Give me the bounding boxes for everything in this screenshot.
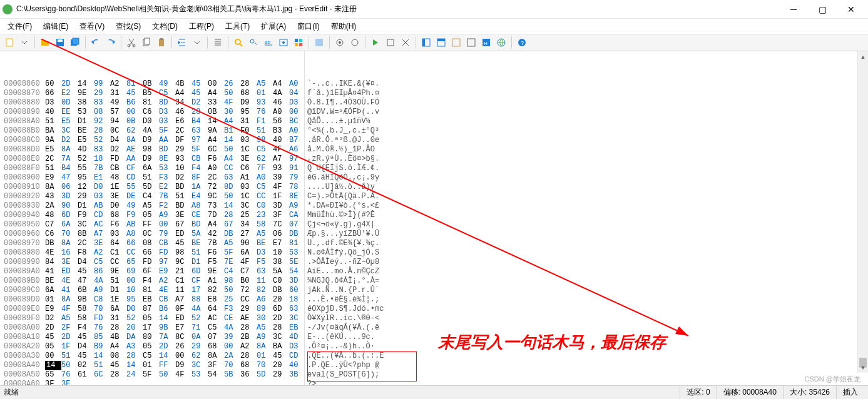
dropdown-icon[interactable] — [18, 36, 31, 49]
hex-bytes[interactable]: 2C7A5218FDAAD98E93CBF6A43E62A797 — [45, 154, 304, 164]
scroll-down-icon[interactable]: ▼ — [858, 362, 868, 373]
hex-row[interactable]: 000089D0018A9BC81E95EBCBA788E825CCA62018… — [0, 295, 868, 305]
find-button[interactable] — [232, 36, 245, 49]
hex-bytes[interactable]: BA3CBE280C624A5F2C639AB1F051B3A0 — [45, 126, 304, 136]
replace-button[interactable]: ab — [262, 36, 275, 49]
open-button[interactable] — [38, 36, 52, 49]
menu-project[interactable]: 工程(P) — [184, 19, 219, 34]
menu-extensions[interactable]: 扩展(A) — [256, 19, 291, 34]
hex-row[interactable]: 000089C06A416BA9D110814E111782507282DB60… — [0, 286, 868, 295]
menu-window[interactable]: 窗口(I) — [292, 19, 324, 34]
hex-bytes[interactable]: 3F3E — [45, 380, 304, 385]
hex-bytes[interactable]: 6A416BA9D110814E111782507282DB60 — [45, 286, 304, 295]
hex-row[interactable]: 00008A506576616C28245F504F53545B365D293B… — [0, 370, 868, 380]
cut-button[interactable] — [125, 36, 138, 49]
menu-search[interactable]: 查找(S) — [111, 19, 146, 34]
panel2-button[interactable] — [434, 36, 448, 49]
hex-row[interactable]: 00008A30005145140828C51400628A2A280145CD… — [0, 351, 868, 361]
hex-bytes[interactable]: BE4E474A5100F4A2C1CFA198B011C03D — [45, 276, 304, 286]
hex-bytes[interactable]: 005145140828C51400628A2A280145CD — [45, 351, 304, 361]
hex-bytes[interactable]: 051FD4B9A4A3052D26296800A28ABAD3 — [45, 342, 304, 351]
vertical-scrollbar[interactable]: ▲ ▼ — [857, 51, 868, 373]
hex-bytes[interactable]: 14500251451401FFD93C3F7068702040 — [45, 361, 304, 370]
menu-help[interactable]: 帮助(H) — [326, 19, 362, 34]
hex-bytes[interactable]: 51B4557BCBCF6A5310F4A0CCC67F9391 — [45, 164, 304, 173]
hex-row[interactable]: 000088F051B4557BCBCF6A5310F4A0CCC67F9391… — [0, 164, 868, 173]
gear-button[interactable] — [333, 36, 347, 49]
browser-button[interactable] — [494, 36, 508, 49]
hex-row[interactable]: 000089E0E94F58706AD087B60F4A64F329896D63… — [0, 305, 868, 314]
minimize-button[interactable]: ─ — [779, 0, 808, 19]
paste-button[interactable] — [155, 36, 168, 49]
hex-row[interactable]: 000089F0D2A558FD31520514ED52ACCEAE302D3C… — [0, 314, 868, 323]
redo-button[interactable] — [104, 36, 118, 49]
hex-row[interactable]: 00008860602D1499A2810B494B45002628A5A4A0… — [0, 79, 868, 89]
find-next-button[interactable] — [247, 36, 260, 49]
hex-bytes[interactable]: E58A4D83D2AE98BD295F6C501CC54FA6 — [45, 145, 304, 154]
hex-bytes[interactable]: DB8A2C3E646608CB45BE7BA590BEE781 — [45, 239, 304, 248]
scroll-up-icon[interactable]: ▲ — [858, 51, 868, 62]
hex-bytes[interactable]: 66E29E293145B5C5A445A45068014A04 — [45, 89, 304, 98]
hex-editor[interactable]: 00008860602D1499A2810B494B45002628A5A4A0… — [0, 51, 868, 385]
tool2-button[interactable] — [384, 36, 397, 49]
play-button[interactable] — [369, 36, 382, 49]
menu-file[interactable]: 文件(F) — [3, 19, 37, 34]
save-all-button[interactable] — [68, 36, 82, 49]
copy-button[interactable] — [140, 36, 153, 49]
hex-bytes[interactable]: 8A0612D01E555DE2BD1A728D03C54F78 — [45, 183, 304, 192]
gear2-button[interactable] — [348, 36, 362, 49]
hex-bytes[interactable]: 843ED4C5CC65FD979CD1F57E4FF5385E — [45, 258, 304, 267]
hex-row[interactable]: 00008970DB8A2C3E646608CB45BE7BA590BEE781… — [0, 239, 868, 248]
hex-button[interactable]: H — [479, 36, 493, 49]
hex-row[interactable]: 00008900E94795E148CD51F3D28F2C63A1A03979… — [0, 173, 868, 183]
hex-bytes[interactable]: 4E16F8A2C1CC66FD9851F65F6AD31053 — [45, 248, 304, 258]
hex-row[interactable]: 000089A041ED45869E696FE9216D9EC4C7635A54… — [0, 267, 868, 276]
maximize-button[interactable]: ▢ — [808, 0, 837, 19]
hex-row[interactable]: 000088C09AD2E552D48AD9AADF97A414039840B7… — [0, 136, 868, 145]
hex-row[interactable]: 00008A603F3E?> — [0, 380, 868, 385]
close-button[interactable]: ✕ — [837, 0, 865, 19]
hex-bytes[interactable]: D30D388349B6818D34D2334FD99346D3 — [45, 98, 304, 108]
hex-bytes[interactable]: C6708BA703A80C79ED5A42DB27A506DB — [45, 230, 304, 239]
menu-document[interactable]: 文档(D) — [147, 19, 183, 34]
hex-bytes[interactable]: 9AD2E552D48AD9AADF97A414039840B7 — [45, 136, 304, 145]
panel4-button[interactable] — [464, 36, 478, 49]
hex-bytes[interactable]: 2D2FF4762820179BE771C54A28A528EB — [45, 323, 304, 333]
hex-row[interactable]: 00008A002D2FF4762820179BE771C54A28A528EB… — [0, 323, 868, 333]
hex-row[interactable]: 00008950C76A3CACF6ABFF0067BDA46734587C07… — [0, 220, 868, 230]
tool1-button[interactable] — [312, 36, 326, 49]
hex-row[interactable]: 000089804E16F8A2C1CC66FD9851F65F6AD31053… — [0, 248, 868, 258]
menu-view[interactable]: 查看(V) — [74, 19, 110, 34]
hex-bytes[interactable]: 40EE53085700C6D346280B309576A000 — [45, 108, 304, 117]
hex-row[interactable]: 00008A4014500251451401FFD93C3F7068702040… — [0, 361, 868, 370]
hex-bytes[interactable]: 51E5D192940BD003E6B414A431F156BC — [45, 117, 304, 126]
hex-bytes[interactable]: 602D1499A2810B494B45002628A5A4A0 — [45, 79, 304, 89]
hex-row[interactable]: 0000889040EE53085700C6D346280B309576A000… — [0, 108, 868, 117]
new-file-button[interactable] — [3, 36, 16, 49]
save-button[interactable] — [53, 36, 67, 49]
goto-button[interactable] — [277, 36, 290, 49]
menu-edit[interactable]: 编辑(E) — [38, 19, 73, 34]
hex-row[interactable]: 000089108A0612D01E555DE2BD1A728D03C54F78… — [0, 183, 868, 192]
hex-bytes[interactable]: 41ED45869E696FE9216D9EC4C7635A54 — [45, 267, 304, 276]
hex-bytes[interactable]: C76A3CACF6ABFF0067BDA46734587C07 — [45, 220, 304, 230]
bookmark-button[interactable] — [292, 36, 305, 49]
hex-row[interactable]: 000088B0BA3CBE280C624A5F2C639AB1F051B3A0… — [0, 126, 868, 136]
hex-bytes[interactable]: D2A558FD31520514ED52ACCEAE302D3C — [45, 314, 304, 323]
hex-row[interactable]: 000089B0BE4E474A5100F4A2C1CFA198B011C03D… — [0, 276, 868, 286]
indent-button[interactable] — [175, 36, 189, 49]
undo-button[interactable] — [89, 36, 103, 49]
panel3-button[interactable] — [449, 36, 463, 49]
hex-bytes[interactable]: E94F58706AD087B60F4A64F329896D63 — [45, 305, 304, 314]
hex-row[interactable]: 00008960C6708BA703A80C79ED5A42DB27A506DB… — [0, 230, 868, 239]
list-button[interactable] — [211, 36, 225, 49]
hex-bytes[interactable]: E94795E148CD51F3D28F2C63A1A03979 — [45, 173, 304, 183]
panel1-button[interactable] — [419, 36, 433, 49]
help-button[interactable]: ? — [515, 36, 529, 49]
hex-row[interactable]: 00008A10452D45854BDA807A8C0A07392BA93C4D… — [0, 333, 868, 342]
hex-bytes[interactable]: 018A9BC81E95EBCBA788E825CCA62018 — [45, 295, 304, 305]
hex-bytes[interactable]: 452D45854BDA807A8C0A07392BA93C4D — [45, 333, 304, 342]
dropdown2-icon[interactable] — [190, 36, 204, 49]
hex-bytes[interactable]: 6576616C28245F504F53545B365D293B — [45, 370, 304, 380]
hex-row[interactable]: 000088D0E58A4D83D2AE98BD295F6C501CC54FA6… — [0, 145, 868, 154]
